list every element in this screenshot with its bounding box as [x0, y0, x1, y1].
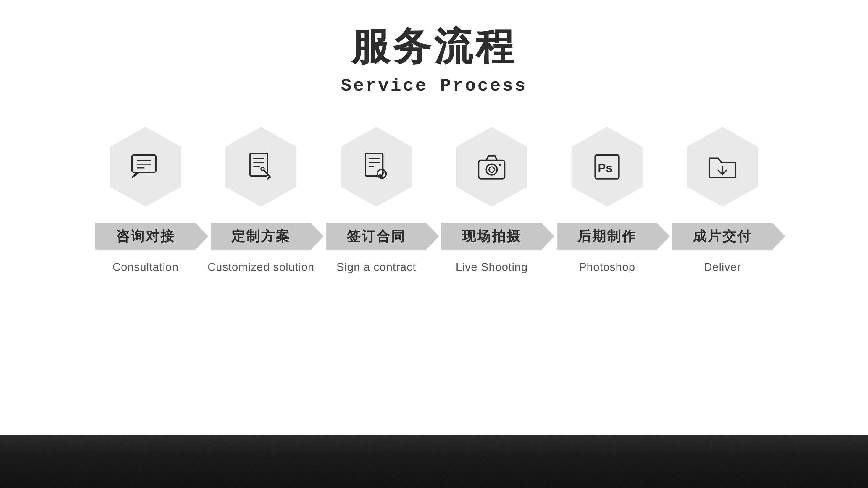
svg-text:Ps: Ps — [598, 161, 612, 175]
title-english: Service Process — [341, 76, 527, 96]
badge-shooting: 现场拍摄 — [441, 223, 542, 250]
hexagon-deliver — [684, 125, 761, 208]
label-en-consultation: Consultation — [113, 261, 178, 273]
label-cn-deliver: 成片交付 — [693, 227, 752, 246]
badge-customized: 定制方案 — [211, 223, 311, 250]
badge-contract: 签订合同 — [326, 223, 427, 250]
badge-photoshop: 后期制作 — [557, 223, 657, 250]
label-cn-photoshop: 后期制作 — [578, 227, 637, 246]
bottom-leather — [0, 435, 868, 488]
hexagon-shooting — [453, 125, 530, 208]
title-chinese: 服务流程 — [341, 24, 527, 70]
label-en-deliver: Deliver — [704, 261, 741, 273]
step-consultation: 咨询对接 Consultation — [88, 125, 203, 273]
ps-icon: Ps — [591, 151, 623, 183]
label-en-photoshop: Photoshop — [579, 261, 636, 273]
svg-point-21 — [499, 164, 501, 166]
document-edit-icon — [245, 151, 277, 183]
svg-point-9 — [261, 167, 264, 171]
hexagon-consultation — [107, 125, 184, 208]
svg-point-20 — [489, 167, 494, 172]
svg-rect-4 — [250, 153, 268, 176]
step-deliver: 成片交付 Deliver — [665, 125, 780, 273]
contract-icon — [360, 151, 393, 183]
svg-rect-11 — [365, 153, 383, 176]
step-contract: 签订合同 Sign a contract — [319, 125, 434, 273]
svg-rect-18 — [479, 160, 505, 178]
svg-point-19 — [486, 164, 497, 175]
folder-arrow-icon — [706, 151, 739, 183]
hexagon-contract — [338, 125, 415, 208]
label-cn-customized: 定制方案 — [231, 227, 290, 246]
badge-deliver: 成片交付 — [672, 223, 773, 250]
header: 服务流程 Service Process — [341, 24, 527, 96]
svg-point-15 — [377, 169, 386, 178]
step-photoshop: Ps 后期制作 Photoshop — [549, 125, 665, 273]
step-shooting: 现场拍摄 Live Shooting — [434, 125, 549, 273]
chat-icon — [129, 151, 162, 183]
svg-line-10 — [268, 176, 270, 179]
process-container: 咨询对接 Consultation — [64, 125, 804, 273]
page-container: 服务流程 Service Process — [0, 0, 868, 488]
step-customized: 定制方案 Customized solution — [203, 125, 319, 273]
hexagon-customized — [222, 125, 300, 208]
label-cn-contract: 签订合同 — [347, 227, 406, 246]
badge-consultation: 咨询对接 — [95, 223, 196, 250]
hexagon-photoshop: Ps — [568, 125, 646, 208]
label-en-customized: Customized solution — [207, 261, 314, 273]
label-cn-shooting: 现场拍摄 — [462, 227, 521, 246]
label-en-shooting: Live Shooting — [456, 261, 527, 273]
label-cn-consultation: 咨询对接 — [116, 227, 175, 246]
label-en-contract: Sign a contract — [337, 261, 416, 273]
camera-icon — [475, 151, 508, 183]
